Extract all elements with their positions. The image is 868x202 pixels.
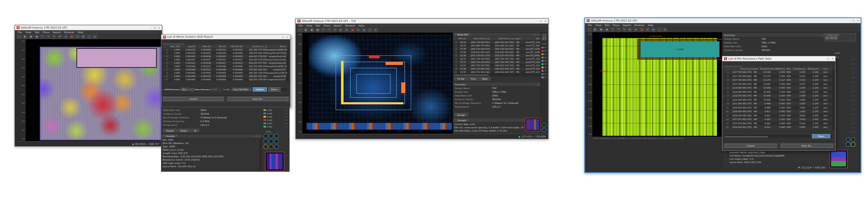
em-tab[interactable]: TVQ [468, 77, 478, 81]
table-row[interactable]: 10 (208.920 882.375) M6 9.889 0.190 VDD … [724, 106, 832, 110]
minimap[interactable] [525, 118, 541, 131]
cancel-button[interactable]: Cancel [163, 97, 224, 101]
toolbar-icon[interactable]: ◧ [304, 28, 308, 32]
summary-header[interactable]: Summary –□ [453, 82, 541, 87]
titlebar[interactable]: X VoltusM Innovus 17M 2022.03 UP1 – □ × [15, 25, 162, 30]
layer-row[interactable]: V4 [541, 76, 547, 79]
em-tab[interactable]: TS EM [454, 77, 467, 81]
view-tool-icon[interactable] [263, 144, 268, 149]
vdd-domain-select[interactable]: ALL▾ [180, 88, 190, 91]
toolbar-icon[interactable]: ↻ [52, 34, 56, 39]
layer-row[interactable]: M6 [541, 49, 547, 53]
save-as-button[interactable]: Save As... [781, 144, 833, 148]
table-row[interactable]: 15 (204.680 881.375) M6 9.011 0.396 VDD … [724, 125, 832, 130]
vertical-scrollbar[interactable] [832, 70, 834, 130]
table-row[interactable]: 8 (212.445 882.375) M6 10.406 0.231 VDD … [724, 98, 832, 102]
menu-item[interactable]: Tool [315, 24, 320, 27]
minimap[interactable] [265, 152, 284, 171]
console-scrollbar[interactable] [260, 138, 262, 171]
minimize-button[interactable]: – [849, 19, 850, 22]
close-button[interactable]: × [831, 57, 834, 60]
menu-item[interactable]: Help [78, 31, 83, 34]
titlebar[interactable]: X VoltusM Innovus 17M 2022.03 UP1 – □ × [585, 18, 861, 23]
metal-em-header[interactable]: Metal EM –□× [453, 33, 541, 37]
toolbar-icon[interactable]: ■ [69, 34, 74, 39]
zoom-view-icon[interactable] [542, 128, 546, 132]
horizontal-scrollbar[interactable] [453, 74, 541, 76]
select-view-icon[interactable] [851, 142, 855, 147]
configurations-box[interactable]: Configurations [824, 33, 856, 41]
cancel-button[interactable]: Cancel [724, 144, 777, 148]
view-tool-icon[interactable] [274, 144, 279, 149]
layer-row[interactable]: M4 [541, 56, 547, 59]
layer-row[interactable]: M2 [541, 63, 547, 66]
view-tool-icon[interactable] [274, 139, 279, 144]
fit-view-icon[interactable] [851, 137, 855, 142]
toolbar-icon[interactable]: ↶ [40, 34, 45, 39]
legend-checks[interactable]: ✓ ✓ [284, 126, 288, 128]
menu-item[interactable]: Place [43, 31, 49, 34]
toolbar-icon[interactable]: ↻ [622, 27, 627, 32]
menu-item[interactable]: Help [648, 24, 653, 26]
table-row[interactable]: 5 13.36 (605.533 633.170) (558.533 633.8… [453, 54, 541, 57]
table-row[interactable]: 7 (212.905 882.375) M6 10.406 0.290 VDD … [724, 94, 832, 98]
layout-canvas[interactable] [302, 33, 453, 134]
layer-check-row[interactable]: ✓ ✓ [844, 75, 855, 80]
table-row[interactable]: 7 13.37 (460.713 530.950) (460.783 530.7… [453, 60, 541, 64]
menu-item[interactable]: Browser [634, 24, 644, 26]
zoom-button[interactable]: Zoom [812, 134, 830, 138]
table-row[interactable]: 14 (207.875 881.375) M6 9.241 0.493 VDD … [724, 122, 832, 126]
toolbar-icon[interactable]: ↷ [616, 27, 621, 32]
toolbar-icon[interactable]: ↷ [46, 34, 51, 39]
panel-icons[interactable]: –□ [535, 83, 539, 86]
table-row[interactable]: 2 0.800 0.000183 0.000223 0.000183 0.000… [163, 51, 287, 55]
menu-item[interactable]: Report [53, 31, 61, 34]
toolbar-icon[interactable]: ▣ [362, 28, 366, 32]
layer-check-row[interactable]: ✓ ✓ [844, 84, 855, 89]
table-row[interactable]: 3 0.800 0.000203 0.000604 0.000203 0.000… [163, 55, 287, 58]
table-row[interactable]: 4 0.800 0.000307 0.000007 0.000307 0.000… [163, 58, 287, 61]
design-tab[interactable]: Design [454, 113, 468, 117]
layer-check-row[interactable]: ✓ ✓ [844, 94, 855, 98]
menu-item[interactable]: View [595, 24, 601, 26]
view-tool-icon[interactable] [269, 134, 273, 138]
menu-item[interactable]: Place [324, 24, 330, 27]
maximize-button[interactable]: □ [154, 26, 156, 29]
table-row[interactable]: 10 13.35 (460.731 640.140) (460.811 640.… [453, 70, 541, 74]
layer-check-row[interactable]: ✓ ✓ [844, 107, 855, 112]
toolbar-icon[interactable]: ▣ [315, 28, 320, 32]
layer-check-row[interactable]: ✓ ✓ [844, 103, 855, 107]
toolbar-icon[interactable]: ▶ [58, 34, 62, 39]
summary-tab[interactable]: Power [178, 129, 190, 132]
layer-check-row[interactable]: ✓ ✓ [844, 121, 855, 125]
menu-item[interactable]: Help [358, 24, 364, 27]
toolbar-icon[interactable]: ◆ [373, 28, 378, 32]
col-length[interactable]: Length(um) [792, 67, 805, 70]
col-min-dv-wc[interactable]: Min DV WC [226, 45, 243, 48]
maximize-button[interactable]: □ [282, 36, 284, 38]
toolbar-icon[interactable]: ■ [350, 28, 355, 32]
config-squares[interactable] [826, 36, 855, 39]
legend-checks[interactable]: ✓ ✓ [284, 113, 288, 115]
table-row[interactable]: 9 (211.340 882.375) M6 9.998 0.925 VDD 1… [724, 102, 832, 106]
layer-check-row[interactable]: ✓ ✓ [844, 62, 855, 66]
toolbar-icon[interactable]: ▣ [81, 34, 85, 39]
col-location[interactable]: Location (x, y) [243, 45, 267, 48]
toolbar-icon[interactable]: ◧ [23, 34, 27, 39]
expand-icon[interactable]: ▸ [163, 89, 163, 91]
table-row[interactable]: 12 (208.020 882.325) M4 9.411 0.118 VDD … [724, 114, 832, 118]
legend-checks[interactable]: ✓ ✓ [284, 123, 288, 125]
menu-item[interactable]: Report [334, 24, 342, 27]
pan-view-icon[interactable] [846, 142, 850, 147]
toolbar-icon[interactable]: □ [87, 34, 91, 39]
table-row[interactable]: 5 (214.680 885.375) M6 10.936 0.790 VDD … [724, 86, 832, 90]
toolbar-icon[interactable]: ■ [639, 27, 644, 32]
toolbar-icon[interactable]: ▦ [29, 34, 33, 39]
toolbar-icon[interactable]: ▣ [605, 27, 609, 32]
layer-check-row[interactable]: ✓ ✓ [844, 112, 855, 116]
table-row[interactable]: 3 13.78 (444.130 640.070) (444.190 639.0… [453, 47, 541, 50]
col-res[interactable]: Res(Ohm) [759, 67, 770, 70]
summary-tab[interactable]: IR [191, 129, 199, 132]
layer-check-row[interactable]: ✓ ✓ [844, 98, 855, 103]
update-button[interactable]: Update [253, 87, 267, 91]
